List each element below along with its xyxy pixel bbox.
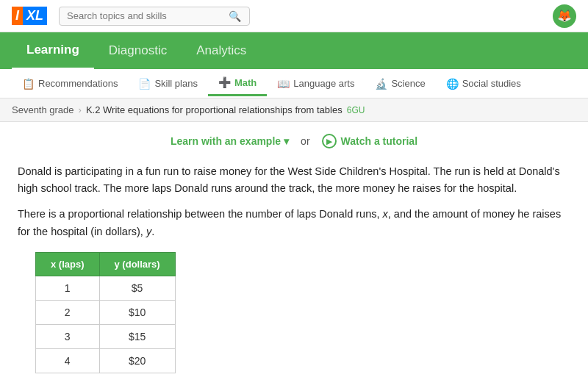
search-bar[interactable]: 🔍 [59,7,250,26]
breadcrumb-current: K.2 Write equations for proportional rel… [86,104,343,115]
table-cell-x: 3 [36,324,100,348]
math-icon: ➕ [218,76,231,88]
table-cell-y: $20 [99,348,175,373]
subnav-science-label: Science [391,78,425,89]
table-row: 4$20 [36,348,176,373]
problem-paragraph-2-start: There is a proportional relationship bet… [18,208,383,220]
table-cell-y: $10 [99,300,175,324]
chevron-down-icon: ▾ [284,135,289,147]
table-row: 3$15 [36,324,176,348]
table-header-x: x (laps) [36,252,100,276]
table-row: 2$10 [36,300,176,324]
recommendations-icon: 📋 [22,78,35,90]
nav-bar: Learning Diagnostic Analytics [0,32,588,69]
watch-tutorial-link[interactable]: ▶ Watch a tutorial [322,134,418,148]
search-input[interactable] [67,10,229,21]
table-header-y: y (dollars) [99,252,175,276]
nav-item-learning[interactable]: Learning [12,32,94,70]
table-cell-x: 4 [36,348,100,373]
top-right: 🦊 [553,4,576,28]
subnav-social-studies-label: Social studies [462,78,521,89]
social-studies-icon: 🌐 [446,78,459,90]
play-circle-icon: ▶ [322,134,337,148]
subnav-language-arts[interactable]: 📖 Language arts [267,72,365,96]
breadcrumb-separator: › [79,104,82,115]
learn-example-label: Learn with an example [171,135,281,147]
skill-plans-icon: 📄 [138,78,151,90]
subnav-social-studies[interactable]: 🌐 Social studies [436,72,531,96]
logo-i: I [12,7,23,25]
subnav-skill-plans-label: Skill plans [154,78,198,89]
learn-example-link[interactable]: Learn with an example ▾ [171,135,289,147]
write-equation-instruction: Write an equation for the relationship b… [18,388,570,391]
avatar[interactable]: 🦊 [553,4,576,28]
breadcrumb-parent[interactable]: Seventh grade [12,104,74,115]
nav-item-diagnostic[interactable]: Diagnostic [94,33,182,68]
table-row: 1$5 [36,276,176,300]
subnav-science[interactable]: 🔬 Science [365,72,435,96]
content-area: Learn with an example ▾ or ▶ Watch a tut… [0,122,588,391]
table-cell-y: $5 [99,276,175,300]
nav-item-analytics[interactable]: Analytics [182,33,261,68]
subnav-skill-plans[interactable]: 📄 Skill plans [128,72,208,96]
breadcrumb: Seventh grade › K.2 Write equations for … [0,98,588,122]
sub-nav: 📋 Recommendations 📄 Skill plans ➕ Math 📖… [0,69,588,98]
logo[interactable]: IXL [12,7,47,25]
action-row: Learn with an example ▾ or ▶ Watch a tut… [18,134,570,148]
logo-xl: XL [23,7,47,25]
data-table: x (laps) y (dollars) 1$52$103$154$20 [35,252,176,373]
subnav-recommendations[interactable]: 📋 Recommendations [12,72,128,96]
subnav-language-arts-label: Language arts [293,78,354,89]
problem-paragraph-1: Donald is participating in a fun run to … [18,163,570,240]
subnav-math[interactable]: ➕ Math [208,71,267,96]
subnav-math-label: Math [234,77,257,88]
language-arts-icon: 📖 [277,78,290,90]
or-label: or [301,135,309,147]
watch-tutorial-label: Watch a tutorial [341,135,418,147]
top-bar: IXL 🔍 🦊 [0,0,588,32]
table-cell-y: $15 [99,324,175,348]
skill-code: 6GU [347,105,365,115]
problem-x-var: x [383,208,388,220]
search-icon: 🔍 [229,10,241,22]
science-icon: 🔬 [375,78,387,90]
problem-paragraph-2-end: . [151,226,154,237]
table-cell-x: 1 [36,276,100,300]
subnav-recommendations-label: Recommendations [38,78,118,89]
table-cell-x: 2 [36,300,100,324]
